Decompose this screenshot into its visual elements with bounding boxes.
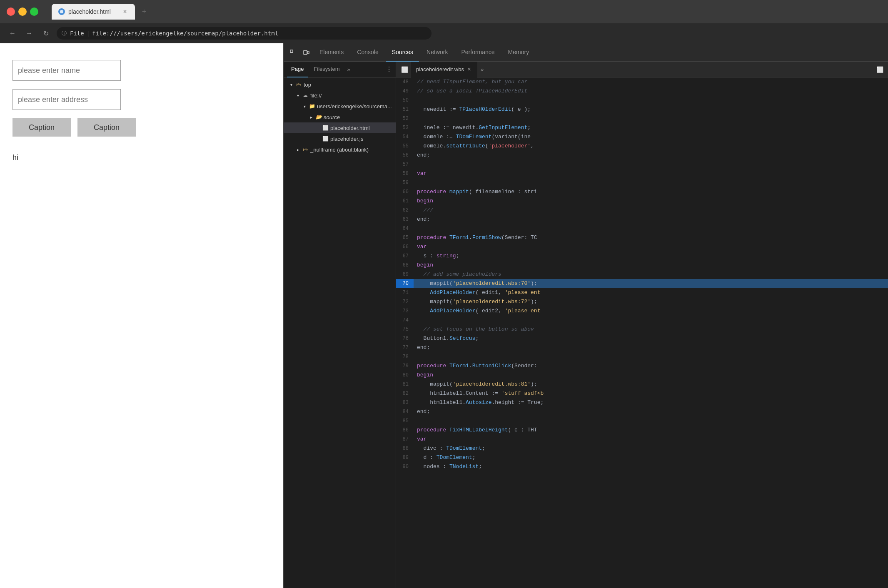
line-number: 82 — [396, 389, 414, 398]
tab-performance[interactable]: Performance — [455, 43, 500, 62]
caption-button-2[interactable]: Caption — [77, 118, 136, 137]
code-tab-more-button[interactable]: » — [481, 66, 484, 72]
svg-point-0 — [60, 10, 63, 13]
code-line-87[interactable]: 87var — [396, 435, 888, 444]
code-editor[interactable]: 48// need TInputElement, but you car49//… — [396, 77, 888, 588]
code-line-78[interactable]: 78 — [396, 352, 888, 361]
code-line-89[interactable]: 89 d : TDomElement; — [396, 453, 888, 462]
line-content — [414, 416, 888, 426]
code-line-80[interactable]: 80begin — [396, 371, 888, 380]
code-line-75[interactable]: 75 // set focus on the button so abov — [396, 325, 888, 334]
code-line-50[interactable]: 50 — [396, 96, 888, 105]
line-content: // add some placeholders — [414, 270, 888, 279]
code-line-53[interactable]: 53 inele := newedit.GetInputElement; — [396, 123, 888, 132]
line-number: 65 — [396, 233, 414, 242]
code-line-70[interactable]: 70 mappit('placeholderedit.wbs:70'); — [396, 279, 888, 288]
code-line-61[interactable]: 61begin — [396, 197, 888, 206]
code-line-67[interactable]: 67 s : string; — [396, 252, 888, 261]
tree-item-nullframe[interactable]: ▸ 🗁 _nullframe (about:blank) — [284, 144, 396, 155]
code-line-59[interactable]: 59 — [396, 178, 888, 187]
code-line-62[interactable]: 62 /// — [396, 206, 888, 215]
tree-item-placeholder-html[interactable]: ▸ ⬜ placeholder.html — [284, 122, 396, 133]
code-line-88[interactable]: 88 divc : TDomElement; — [396, 444, 888, 453]
line-content: begin — [414, 371, 888, 380]
back-button[interactable]: ← — [7, 27, 18, 39]
code-line-48[interactable]: 48// need TInputElement, but you car — [396, 77, 888, 87]
code-line-76[interactable]: 76 Button1.Setfocus; — [396, 334, 888, 343]
new-tab-button[interactable]: + — [137, 4, 152, 19]
tree-arrow-top: ▾ — [289, 82, 294, 87]
sidebar-toggle-button[interactable]: ⬜ — [399, 65, 409, 75]
code-tab-close-button[interactable]: ✕ — [466, 67, 472, 72]
code-line-52[interactable]: 52 — [396, 114, 888, 123]
active-tab[interactable]: placeholder.html ✕ — [52, 4, 135, 20]
code-line-69[interactable]: 69 // add some placeholders — [396, 270, 888, 279]
code-line-84[interactable]: 84end; — [396, 407, 888, 416]
code-line-77[interactable]: 77end; — [396, 343, 888, 352]
minimize-button[interactable] — [18, 7, 27, 16]
code-line-85[interactable]: 85 — [396, 416, 888, 426]
code-line-81[interactable]: 81 mappit('placeholderedit.wbs:81'); — [396, 380, 888, 389]
code-line-63[interactable]: 63end; — [396, 215, 888, 224]
reload-button[interactable]: ↻ — [40, 27, 52, 39]
address-input[interactable] — [12, 89, 121, 110]
line-number: 56 — [396, 151, 414, 160]
code-line-57[interactable]: 57 — [396, 160, 888, 169]
code-line-72[interactable]: 72 mappit('placeholderedit.wbs:72'); — [396, 297, 888, 306]
code-line-86[interactable]: 86procedure FixHTMLLabelHeight( c : THT — [396, 426, 888, 435]
url-bar[interactable]: ⓘ File | file:///users/erickengelke/sour… — [57, 27, 432, 40]
caption-button-1[interactable]: Caption — [12, 118, 71, 137]
tree-item-file[interactable]: ▾ ☁ file:// — [284, 90, 396, 101]
close-button[interactable] — [7, 7, 15, 16]
line-number: 77 — [396, 343, 414, 352]
tree-item-source[interactable]: ▸ 📂 source — [284, 112, 396, 122]
line-number: 59 — [396, 178, 414, 187]
code-line-74[interactable]: 74 — [396, 316, 888, 325]
code-line-68[interactable]: 68begin — [396, 261, 888, 270]
code-line-82[interactable]: 82 htmllabel1.Content := 'stuff asdf<b — [396, 389, 888, 398]
tree-item-users[interactable]: ▾ 📁 users/erickengelke/sourcema... — [284, 101, 396, 112]
code-line-90[interactable]: 90 nodes : TNodeList; — [396, 462, 888, 471]
tab-page[interactable]: Page — [287, 62, 308, 77]
tab-close-button[interactable]: ✕ — [122, 8, 128, 15]
code-panel-right-button[interactable]: ⬜ — [875, 65, 885, 75]
line-number: 64 — [396, 224, 414, 233]
tab-filesystem[interactable]: Filesystem — [309, 62, 344, 77]
code-tab-file[interactable]: placeholderedit.wbs ✕ — [411, 62, 477, 77]
file-tree-options-button[interactable]: ⋮ — [386, 65, 392, 73]
code-line-54[interactable]: 54 domele := TDomELement(variant(ine — [396, 132, 888, 142]
code-line-73[interactable]: 73 AddPlaceHolder( edit2, 'please ent — [396, 306, 888, 316]
device-toolbar-icon[interactable] — [300, 47, 312, 58]
code-line-79[interactable]: 79procedure TForm1.Button1Click(Sender: — [396, 361, 888, 371]
js-file-icon: ⬜ — [322, 135, 329, 142]
inspect-element-icon[interactable] — [287, 47, 299, 58]
code-line-60[interactable]: 60procedure mappit( filenameline : stri — [396, 187, 888, 197]
line-content: nodes : TNodeList; — [414, 462, 888, 471]
tab-console[interactable]: Console — [351, 43, 384, 62]
tab-elements[interactable]: Elements — [314, 43, 349, 62]
tree-item-placeholder-js[interactable]: ▸ ⬜ placeholder.js — [284, 133, 396, 144]
code-line-83[interactable]: 83 htmllabel1.Autosize.height := True; — [396, 398, 888, 407]
line-content — [414, 96, 888, 105]
tree-label-file: file:// — [310, 92, 322, 99]
maximize-button[interactable] — [30, 7, 38, 16]
code-line-66[interactable]: 66var — [396, 242, 888, 252]
file-tree-more-button[interactable]: » — [347, 66, 350, 72]
tab-sources[interactable]: Sources — [386, 43, 419, 62]
tab-network[interactable]: Network — [421, 43, 454, 62]
line-number: 87 — [396, 435, 414, 444]
code-line-56[interactable]: 56end; — [396, 151, 888, 160]
tab-memory[interactable]: Memory — [502, 43, 535, 62]
name-input[interactable] — [12, 60, 121, 81]
tree-item-top[interactable]: ▾ 🗁 top — [284, 79, 396, 90]
folder-icon-users: 📁 — [309, 103, 315, 110]
code-line-64[interactable]: 64 — [396, 224, 888, 233]
code-line-55[interactable]: 55 domele.setattribute('placeholder', — [396, 142, 888, 151]
code-line-65[interactable]: 65procedure TForm1.Form1Show(Sender: TC — [396, 233, 888, 242]
code-line-51[interactable]: 51 newedit := TPlaceH0lderEdit( e ); — [396, 105, 888, 114]
code-line-58[interactable]: 58var — [396, 169, 888, 178]
forward-button[interactable]: → — [23, 27, 35, 39]
code-line-49[interactable]: 49// so use a local TPlaceHolderEdit — [396, 87, 888, 96]
line-content: Button1.Setfocus; — [414, 334, 888, 343]
code-line-71[interactable]: 71 AddPlaceHolder( edit1, 'please ent — [396, 288, 888, 297]
